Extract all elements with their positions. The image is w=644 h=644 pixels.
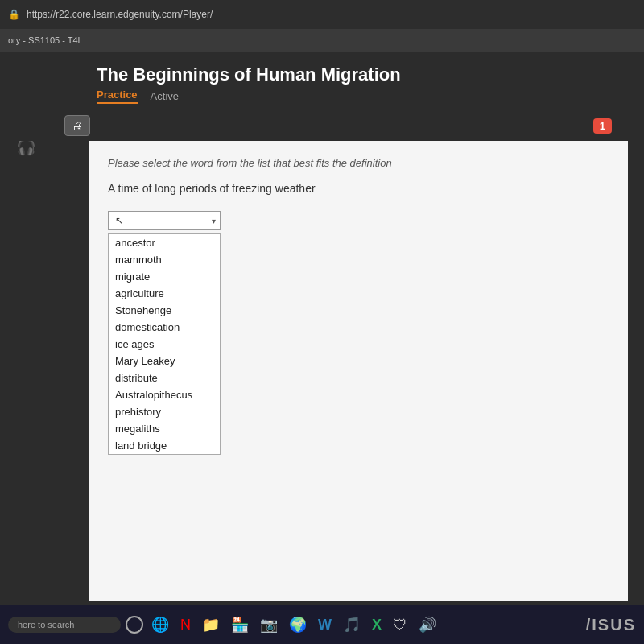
print-button[interactable]: 🖨 (64, 115, 90, 136)
shield-icon[interactable]: 🛡 (390, 613, 411, 637)
list-item[interactable]: migrate (109, 268, 220, 285)
folder-icon[interactable]: 📁 (199, 613, 223, 637)
list-item[interactable]: mammoth (109, 251, 220, 268)
content-area: Please select the word from the list tha… (89, 141, 628, 601)
app-icon-2[interactable]: 🌍 (286, 613, 310, 637)
list-item[interactable]: ancestor (109, 234, 220, 251)
list-item[interactable]: ice ages (109, 336, 220, 353)
list-item[interactable]: megaliths (109, 420, 220, 437)
list-item[interactable]: agriculture (109, 285, 220, 302)
tab-practice[interactable]: Practice (97, 89, 138, 104)
list-item[interactable]: distribute (109, 369, 220, 386)
store-icon[interactable]: 🏪 (228, 613, 252, 637)
app-header: The Beginnings of Human Migration Practi… (0, 52, 644, 110)
notification-badge: 1 (593, 118, 612, 134)
tab-active[interactable]: Active (151, 90, 179, 102)
excel-icon[interactable]: X (369, 613, 385, 637)
list-item[interactable]: prehistory (109, 403, 220, 420)
edge-icon[interactable]: 🌐 (148, 613, 172, 637)
taskbar-search[interactable]: here to search (8, 617, 121, 633)
dropdown-cursor-icon: ↖ (115, 215, 123, 226)
tab-bar: ory - SS1105 - T4L (0, 29, 644, 52)
word-icon[interactable]: W (315, 613, 335, 637)
page-title: The Beginnings of Human Migration (97, 64, 628, 85)
list-item[interactable]: domestication (109, 319, 220, 336)
definition-text: A time of long periods of freezing weath… (108, 182, 609, 195)
instruction-text: Please select the word from the list tha… (108, 157, 609, 169)
volume-icon[interactable]: 🔊 (415, 613, 440, 637)
app-icon-1[interactable]: 📷 (257, 613, 281, 637)
windows-search-icon[interactable] (126, 616, 143, 634)
list-item[interactable]: land bridge (109, 437, 220, 454)
lock-icon: 🔒 (8, 9, 20, 20)
dropdown-list[interactable]: ancestormammothmigrateagricultureStonehe… (108, 233, 221, 455)
asus-logo: /ISUS (586, 616, 636, 634)
app-container: The Beginnings of Human Migration Practi… (0, 52, 644, 644)
toolbar: 🖨 1 (0, 110, 644, 141)
list-item[interactable]: Stonehenge (109, 302, 220, 319)
url-bar[interactable]: https://r22.core.learn.edgenuity.com/Pla… (27, 9, 213, 20)
tab-row: Practice Active (97, 89, 628, 104)
breadcrumb: ory - SS1105 - T4L (8, 35, 83, 45)
dropdown-wrapper[interactable]: ↖ ▾ ancestormammothmigrateagricultureSto… (108, 211, 221, 230)
list-item[interactable]: Mary Leakey (109, 353, 220, 369)
browser-bar: 🔒 https://r22.core.learn.edgenuity.com/P… (0, 0, 644, 29)
netflix-icon[interactable]: N (177, 613, 194, 637)
app-icon-3[interactable]: 🎵 (340, 613, 364, 637)
chevron-down-icon: ▾ (212, 217, 216, 225)
taskbar: here to search 🌐 N 📁 🏪 📷 🌍 W 🎵 X 🛡 🔊 /IS… (0, 605, 644, 644)
list-item[interactable]: Australopithecus (109, 386, 220, 403)
